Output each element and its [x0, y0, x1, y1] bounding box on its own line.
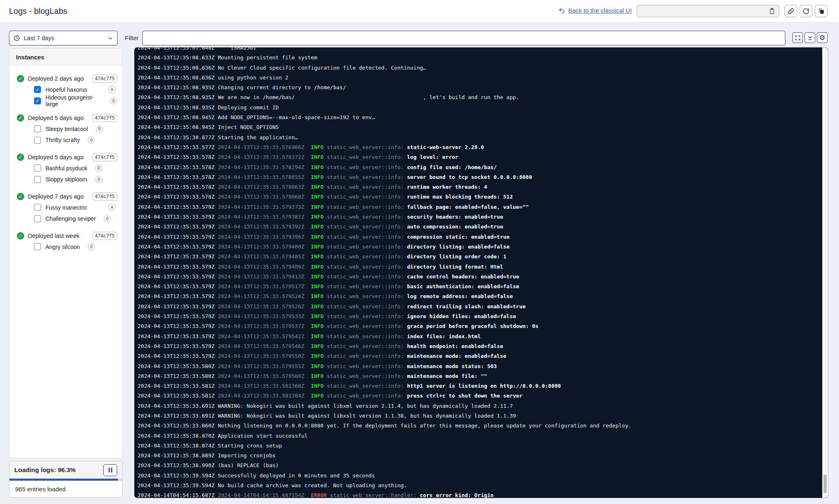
- log-line: 2024-04-13T12:35:08.636Z No Clever Cloud…: [138, 63, 818, 73]
- instance-name: Sleepy tentacool: [45, 126, 88, 132]
- header-search-input[interactable]: [637, 5, 779, 17]
- instance-row[interactable]: Angry silcoon0: [9, 241, 122, 253]
- log-line: 2024-04-13T12:35:39.594Z Successfully de…: [138, 471, 818, 481]
- instance-checkbox[interactable]: [34, 215, 41, 222]
- deployment-group-header[interactable]: ✓Deployed last week474c7f5: [9, 230, 122, 241]
- instance-row[interactable]: Challenging seviper0: [9, 213, 122, 225]
- instance-name: Angry silcoon: [45, 244, 80, 250]
- instance-name: Hopeful haxorus: [45, 86, 87, 93]
- deployment-group-header[interactable]: ✓Deployed 2 days ago474c7f5: [9, 73, 122, 84]
- gear-icon: ⚙: [819, 34, 825, 41]
- log-line: 2024-04-13T12:35:33.579Z 2024-04-13T12:3…: [138, 292, 818, 301]
- instance-row[interactable]: Sloppy skiploom0: [9, 174, 122, 185]
- fullscreen-button[interactable]: [792, 32, 803, 43]
- refresh-icon: [803, 8, 810, 15]
- log-line: 2024-04-13T12:35:08.935Z Changing curren…: [138, 83, 818, 93]
- log-line: 2024-04-13T12:35:33.578Z 2024-04-13T12:3…: [138, 192, 818, 202]
- log-line: 2024-04-13T12:35:33.579Z 2024-04-13T12:3…: [138, 262, 818, 272]
- log-line: 2024-04-13T12:35:33.579Z 2024-04-13T12:3…: [138, 351, 818, 361]
- copy-link-button[interactable]: [785, 5, 797, 17]
- log-line: 2024-04-13T12:35:33.579Z 2024-04-13T12:3…: [138, 312, 818, 321]
- deployment-success-icon: ✓: [17, 114, 24, 122]
- instance-checkbox[interactable]: [34, 176, 41, 183]
- instance-row[interactable]: ✓Hideous gourgeist-large0: [9, 95, 122, 107]
- instance-count-badge: 0: [95, 176, 102, 183]
- scroll-down-icon: [807, 35, 813, 41]
- log-line: 2024-04-13T12:35:33.579Z 2024-04-13T12:3…: [138, 242, 818, 252]
- log-line: 2024-04-13T12:35:33.579Z 2024-04-13T12:3…: [138, 321, 818, 331]
- log-line: 2024-04-13T12:35:33.691Z WARNING: Nokogi…: [138, 411, 818, 421]
- instance-name: Sloppy skiploom: [45, 176, 87, 183]
- deployment-group: ✓Deployed last week474c7f5Angry silcoon0: [9, 230, 122, 253]
- settings-button[interactable]: ⚙: [817, 32, 828, 43]
- instances-panel-title: Instances: [9, 49, 122, 66]
- instance-count-badge: 0: [96, 125, 103, 133]
- log-line: 2024-04-13T12:35:33.579Z 2024-04-13T12:3…: [138, 341, 818, 351]
- deployment-group: ✓Deployed 2 days ago474c7f5✓Hopeful haxo…: [9, 73, 122, 106]
- page-title: Logs - blogLabs: [9, 7, 67, 16]
- instance-deleted-badge: ×: [108, 86, 116, 93]
- chevron-down-icon: [108, 36, 113, 41]
- app-header: Logs - blogLabs Back to the classical UI: [0, 0, 839, 23]
- log-line: 2024-04-13T12:35:33.860Z Nothing listeni…: [138, 421, 818, 431]
- log-line: 2024-04-14T04:54:15.687Z 2024-04-14T04:5…: [138, 490, 818, 498]
- instance-count-badge: 0: [88, 136, 95, 144]
- duplicate-view-button[interactable]: [815, 5, 828, 17]
- log-line: 2024-04-13T12:35:33.578Z 2024-04-13T12:3…: [138, 182, 818, 192]
- log-scrollbar[interactable]: [822, 47, 828, 498]
- refresh-button[interactable]: [800, 5, 812, 17]
- log-line: 2024-04-13T12:35:08.633Z Mounting persis…: [138, 53, 818, 63]
- log-line: 2024-04-13T12:35:33.577Z 2024-04-13T12:3…: [138, 142, 818, 152]
- instance-checkbox[interactable]: [34, 204, 41, 211]
- instance-name: Thrifty scrafty: [45, 137, 80, 143]
- instance-row[interactable]: Fussy manectric×: [9, 202, 122, 213]
- deployment-group: ✓Deployed 7 days ago474c7f5Fussy manectr…: [9, 191, 122, 224]
- instance-checkbox[interactable]: ✓: [34, 97, 41, 104]
- back-link-label: Back to the classical UI: [568, 7, 632, 14]
- filter-input[interactable]: [142, 31, 785, 45]
- deployment-group-header[interactable]: ✓Deployed 5 days ago474c7f5: [9, 112, 122, 123]
- instance-checkbox[interactable]: [34, 165, 41, 172]
- log-line: 2024-04-13T12:35:33.579Z 2024-04-13T12:3…: [138, 232, 818, 242]
- log-line: 2024-04-13T12:35:38.990Z (bas) REPLACE (…: [138, 461, 818, 470]
- instance-deleted-badge: ×: [108, 203, 116, 211]
- deployment-group-label: Deployed 5 days ago: [28, 154, 84, 160]
- scroll-to-bottom-button[interactable]: [805, 32, 815, 43]
- instance-row[interactable]: Thrifty scrafty0: [9, 135, 122, 146]
- log-lines: 2024-04-13T12:35:07.848Z ' [SHA256] '202…: [138, 47, 818, 498]
- log-line: 2024-04-13T12:35:38.874Z Starting crons …: [138, 441, 818, 451]
- instance-row[interactable]: ✓Hopeful haxorus×: [9, 84, 122, 95]
- deployment-group-header[interactable]: ✓Deployed 7 days ago474c7f5: [9, 191, 122, 202]
- commit-hash-badge: 474c7f5: [93, 114, 117, 122]
- instance-name: Challenging seviper: [45, 215, 96, 222]
- pause-icon: [109, 468, 110, 472]
- log-scrollbar-thumb[interactable]: [823, 475, 827, 493]
- log-line: 2024-04-13T12:35:33.578Z 2024-04-13T12:3…: [138, 152, 818, 162]
- instance-row[interactable]: Bashful psyduck0: [9, 163, 122, 174]
- log-line: 2024-04-13T12:35:33.579Z 2024-04-13T12:3…: [138, 332, 818, 341]
- instance-count-badge: 0: [95, 165, 102, 172]
- log-line: 2024-04-13T12:35:38.870Z Application sta…: [138, 431, 818, 441]
- copy-icon: [818, 8, 825, 15]
- instance-checkbox[interactable]: [34, 125, 41, 132]
- filter-label: Filter: [125, 34, 138, 41]
- instance-checkbox[interactable]: [34, 243, 41, 250]
- instance-checkbox[interactable]: ✓: [34, 86, 41, 93]
- back-to-classical-ui-link[interactable]: Back to the classical UI: [558, 7, 632, 14]
- instance-checkbox[interactable]: [34, 137, 41, 144]
- instance-name: Hideous gourgeist-large: [45, 94, 102, 107]
- loading-logs-card: Loading logs: 96.3% 965 entries loaded: [9, 461, 122, 497]
- clipboard-icon[interactable]: [769, 8, 776, 15]
- instance-count-badge: 0: [88, 243, 95, 251]
- deployment-group-label: Deployed last week: [28, 233, 79, 239]
- log-line: 2024-04-13T12:35:30.877Z Starting the ap…: [138, 133, 818, 142]
- pause-loading-button[interactable]: [103, 464, 117, 476]
- deployment-group-header[interactable]: ✓Deployed 5 days ago474c7f5: [9, 151, 122, 163]
- log-line: 2024-04-13T12:35:33.579Z 2024-04-13T12:3…: [138, 302, 818, 312]
- clock-icon: [14, 35, 20, 41]
- instance-count-badge: 0: [104, 215, 111, 222]
- log-line: 2024-04-13T12:35:33.579Z 2024-04-13T12:3…: [138, 252, 818, 262]
- instance-row[interactable]: Sleepy tentacool0: [9, 123, 122, 135]
- log-line: 2024-04-13T12:35:33.579Z 2024-04-13T12:3…: [138, 222, 818, 232]
- date-range-select[interactable]: Last 7 days: [9, 31, 118, 45]
